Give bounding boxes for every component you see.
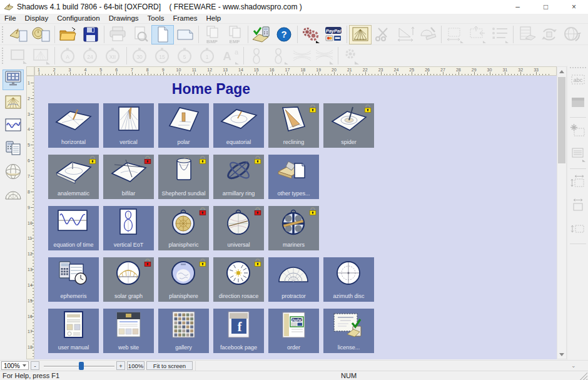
tile-solar-graph[interactable]: solar graph bbox=[103, 257, 154, 302]
dimension-triangle-icon bbox=[395, 25, 415, 44]
validate-tools-icon bbox=[251, 25, 271, 44]
frame-size-button bbox=[444, 25, 466, 44]
update-drawing-button bbox=[538, 25, 560, 44]
tile-azimuth-disc[interactable]: azimuth disc bbox=[323, 257, 374, 302]
fit-to-screen-button[interactable]: Fit to screen bbox=[146, 361, 193, 370]
scroll-up-icon[interactable] bbox=[557, 67, 566, 76]
vertical-scrollbar[interactable] bbox=[557, 66, 567, 359]
menu-drawings[interactable]: Drawings bbox=[104, 14, 143, 23]
window-title: Shadows 4.1 build 7806 - 64-bit [OXFORD]… bbox=[17, 3, 302, 11]
svg-text:f: f bbox=[237, 320, 241, 334]
zoom-out-button[interactable]: - bbox=[31, 361, 39, 370]
settings-gears-button[interactable] bbox=[300, 25, 322, 44]
scrollbar-thumb[interactable] bbox=[558, 77, 565, 163]
image-frame-icon bbox=[570, 95, 586, 113]
menu-configuration[interactable]: Configuration bbox=[53, 14, 104, 23]
tile-polar[interactable]: polar bbox=[158, 103, 209, 148]
page-portrait-button[interactable] bbox=[151, 25, 174, 44]
tile-vertical-eot[interactable]: vertical EoT bbox=[103, 206, 154, 250]
paypal-donate-button[interactable]: PayPal bbox=[322, 25, 345, 44]
tile-equatorial[interactable]: equatorial bbox=[213, 103, 264, 148]
measure-tools-icon bbox=[418, 25, 438, 44]
save-document-button[interactable] bbox=[79, 25, 102, 44]
tile-direction-rosace[interactable]: direction rosace bbox=[213, 257, 264, 302]
tile-spider[interactable]: spider bbox=[323, 103, 374, 148]
tile-protractor[interactable]: protractor bbox=[268, 257, 319, 302]
zoom-select[interactable]: 100% bbox=[1, 361, 29, 370]
dropdown-arrow-icon[interactable] bbox=[21, 362, 28, 369]
toolbar-separator bbox=[248, 26, 248, 43]
eot-curve-icon bbox=[54, 208, 93, 239]
tile-ephemeris[interactable]: ephemeris bbox=[48, 257, 99, 302]
curves-view-button[interactable] bbox=[3, 116, 24, 136]
menu-display[interactable]: Display bbox=[21, 14, 53, 23]
menu-help[interactable]: Help bbox=[201, 14, 225, 23]
menu-file[interactable]: File bbox=[0, 14, 21, 23]
tile-shepherd-sundial[interactable]: Shepherd sundial bbox=[158, 155, 209, 199]
calc-page-icon bbox=[4, 140, 23, 159]
copy-caption-icon: EMF bbox=[225, 25, 245, 44]
tile-vertical[interactable]: vertical bbox=[103, 103, 154, 148]
tile-reclining[interactable]: reclining bbox=[268, 103, 319, 148]
resize-grip[interactable] bbox=[580, 372, 587, 380]
tile-gallery[interactable]: gallery bbox=[158, 309, 209, 353]
tile-horizontal[interactable]: horizontal bbox=[48, 103, 99, 148]
zoom-100-button[interactable]: 100% bbox=[127, 361, 144, 370]
tile-user-manual[interactable]: user manual bbox=[48, 309, 99, 353]
size-v-icon bbox=[570, 220, 586, 239]
new-sundial-document-button[interactable] bbox=[8, 25, 30, 44]
open-document-button[interactable] bbox=[57, 25, 79, 44]
tile-label: azimuth disc bbox=[323, 293, 374, 299]
toolbar-secondary: A24XII301551Aa bbox=[0, 44, 588, 66]
new-clock-document-button[interactable] bbox=[30, 25, 53, 44]
zoom-slider-thumb[interactable] bbox=[79, 362, 84, 370]
ephemeris-view-button[interactable] bbox=[3, 139, 24, 160]
sphere-view-button[interactable] bbox=[3, 162, 24, 183]
page-landscape-button[interactable] bbox=[174, 25, 196, 44]
zoom-in-button[interactable]: + bbox=[116, 361, 125, 370]
tile-bifilar[interactable]: bifilar bbox=[103, 155, 154, 199]
vertical-ruler: 123456789101112131415161718 bbox=[26, 76, 34, 359]
svg-text:abc: abc bbox=[574, 77, 583, 83]
shepherd-dial-icon bbox=[165, 157, 203, 187]
minimize-button[interactable]: – bbox=[504, 0, 532, 14]
tile-planispheric[interactable]: planispheric bbox=[158, 206, 209, 250]
home-page-view-button[interactable] bbox=[3, 69, 24, 90]
tile-label: web site bbox=[103, 344, 154, 351]
tile-armillary-ring[interactable]: armillary ring bbox=[213, 155, 264, 199]
svg-text:a: a bbox=[235, 48, 239, 56]
toolbar-overflow-icon[interactable]: ⌄ bbox=[571, 362, 576, 369]
zoom-slider[interactable] bbox=[44, 366, 114, 367]
maximize-button[interactable]: □ bbox=[532, 0, 560, 14]
validate-tools-button[interactable] bbox=[250, 25, 273, 44]
frame-resize-icon bbox=[445, 25, 465, 44]
website-icon bbox=[109, 311, 148, 341]
help-button[interactable]: ? bbox=[273, 25, 295, 44]
scroll-down-icon[interactable] bbox=[557, 350, 566, 359]
sundial-drawing-button[interactable] bbox=[349, 25, 372, 44]
tile-equation-of-time[interactable]: equation of time bbox=[48, 206, 99, 250]
frame-list-button bbox=[489, 25, 511, 44]
tile-universal[interactable]: universal bbox=[213, 206, 264, 250]
help-circle-icon: ? bbox=[274, 25, 294, 44]
menu-tools[interactable]: Tools bbox=[143, 14, 169, 23]
resize-frame-width-button bbox=[569, 197, 587, 215]
zoombar-divider bbox=[195, 361, 196, 371]
toolbar-separator bbox=[198, 26, 199, 43]
tile-license[interactable]: license... bbox=[323, 309, 374, 353]
tile-label: vertical EoT bbox=[103, 242, 154, 248]
tile-mariners[interactable]: mariners bbox=[268, 206, 319, 250]
tile-web-site[interactable]: web site bbox=[103, 309, 154, 353]
protractor-view-button[interactable] bbox=[3, 185, 24, 206]
close-button[interactable]: × bbox=[560, 0, 588, 14]
delete-frame-button bbox=[569, 122, 587, 141]
lock-yellow-icon bbox=[88, 156, 97, 164]
tile-other-types[interactable]: other types... bbox=[268, 155, 319, 199]
tile-order[interactable]: PayPalorder bbox=[268, 309, 319, 353]
tile-facebook-page[interactable]: ffacebook page bbox=[213, 309, 264, 353]
tile-planisphere[interactable]: planisphere bbox=[158, 257, 209, 302]
menu-frames[interactable]: Frames bbox=[168, 14, 201, 23]
tile-analemmatic[interactable]: analemmatic bbox=[48, 155, 99, 199]
sundial-view-button[interactable] bbox=[3, 93, 24, 113]
rotate-sync-icon bbox=[539, 25, 559, 44]
